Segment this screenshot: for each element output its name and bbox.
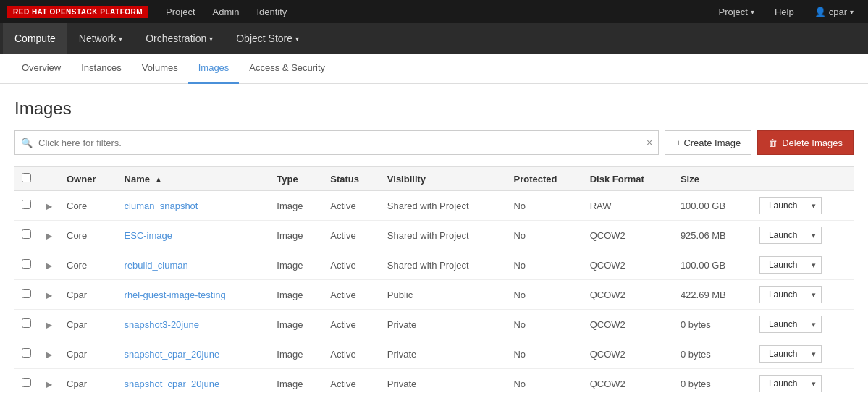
expand-row-button[interactable]: ▶: [46, 320, 52, 330]
launch-dropdown-button[interactable]: ▾: [806, 286, 822, 303]
row-actions: Launch ▾: [752, 221, 854, 250]
sub-nav-images[interactable]: Images: [188, 54, 240, 84]
top-nav-identity[interactable]: Identity: [248, 0, 295, 23]
owner-col-header: Owner: [59, 167, 117, 191]
top-nav-user[interactable]: 👤 cpar ▾: [807, 0, 861, 23]
row-type: Image: [269, 191, 323, 221]
table-row: ▶ Cpar snapshot3-20june Image Active Pri…: [14, 310, 854, 339]
row-checkbox[interactable]: [22, 259, 31, 269]
create-image-button[interactable]: + Create Image: [665, 130, 751, 155]
sub-nav-access-security[interactable]: Access & Security: [239, 54, 335, 84]
launch-button[interactable]: Launch: [759, 286, 806, 303]
top-nav-project-dropdown[interactable]: Project ▾: [711, 0, 761, 23]
launch-button[interactable]: Launch: [759, 345, 806, 363]
launch-button[interactable]: Launch: [759, 227, 806, 244]
row-protected: No: [506, 369, 582, 394]
expand-row-button[interactable]: ▶: [46, 350, 52, 360]
row-name[interactable]: rhel-guest-image-testing: [117, 280, 270, 310]
row-checkbox-cell: [14, 339, 38, 369]
launch-dropdown-button[interactable]: ▾: [806, 227, 822, 244]
row-name[interactable]: rebuild_cluman: [117, 250, 270, 280]
launch-button[interactable]: Launch: [759, 375, 806, 392]
row-actions: Launch ▾: [752, 310, 854, 339]
table-row: ▶ Core ESC-image Image Active Shared wit…: [14, 221, 854, 250]
row-visibility: Private: [380, 369, 507, 394]
chevron-down-icon: ▾: [751, 8, 754, 16]
row-expand-cell: ▶: [38, 221, 59, 250]
expand-row-button[interactable]: ▶: [46, 201, 52, 211]
filter-bar: 🔍 × + Create Image 🗑 Delete Images: [14, 130, 854, 155]
expand-row-button[interactable]: ▶: [46, 379, 52, 389]
row-status: Active: [323, 310, 380, 339]
expand-row-button[interactable]: ▶: [46, 261, 52, 271]
row-type: Image: [269, 310, 323, 339]
chevron-down-icon: ▾: [295, 35, 299, 43]
top-nav-right: Project ▾ Help 👤 cpar ▾: [711, 0, 861, 23]
protected-col-header: Protected: [506, 167, 582, 191]
name-col-header[interactable]: Name ▲: [117, 167, 270, 191]
main-nav-network[interactable]: Network ▾: [67, 23, 134, 54]
row-disk-format: QCOW2: [583, 339, 673, 369]
row-name[interactable]: snapshot_cpar_20june: [117, 369, 270, 394]
expand-row-button[interactable]: ▶: [46, 231, 52, 241]
row-status: Active: [323, 191, 380, 221]
expand-col-header: [38, 167, 59, 191]
row-checkbox[interactable]: [22, 229, 31, 239]
sub-nav-instances[interactable]: Instances: [71, 54, 132, 84]
row-checkbox[interactable]: [22, 378, 31, 387]
launch-dropdown-button[interactable]: ▾: [806, 316, 822, 333]
chevron-down-icon: ▾: [850, 8, 854, 16]
row-checkbox-cell: [14, 310, 38, 339]
clear-filter-button[interactable]: ×: [641, 137, 658, 148]
row-name[interactable]: ESC-image: [117, 221, 270, 250]
row-checkbox-cell: [14, 250, 38, 280]
main-nav-orchestration[interactable]: Orchestration ▾: [134, 23, 224, 54]
row-actions: Launch ▾: [752, 369, 854, 394]
page-title: Images: [14, 98, 854, 119]
main-nav-object-store[interactable]: Object Store ▾: [224, 23, 311, 54]
select-all-checkbox[interactable]: [22, 173, 31, 182]
search-input[interactable]: [38, 138, 641, 148]
images-table: Owner Name ▲ Type Status Visibility Prot…: [14, 166, 854, 393]
row-owner: Core: [59, 221, 117, 250]
launch-button[interactable]: Launch: [759, 197, 806, 214]
row-checkbox[interactable]: [22, 318, 31, 328]
row-actions: Launch ▾: [752, 191, 854, 221]
row-disk-format: QCOW2: [583, 250, 673, 280]
row-visibility: Public: [380, 280, 507, 310]
launch-button[interactable]: Launch: [759, 316, 806, 333]
row-visibility: Shared with Project: [380, 250, 507, 280]
row-type: Image: [269, 339, 323, 369]
top-nav-admin[interactable]: Admin: [204, 0, 248, 23]
row-name[interactable]: cluman_snapshot: [117, 191, 270, 221]
launch-dropdown-button[interactable]: ▾: [806, 345, 822, 363]
sub-nav-volumes[interactable]: Volumes: [132, 54, 188, 84]
select-all-col: [14, 167, 38, 191]
top-nav-project[interactable]: Project: [157, 0, 203, 23]
brand-logo: RED HAT OPENSTACK PLATFORM: [7, 6, 148, 18]
expand-row-button[interactable]: ▶: [46, 290, 52, 300]
actions-col-header: [752, 167, 854, 191]
delete-images-button[interactable]: 🗑 Delete Images: [757, 130, 854, 155]
top-bar: RED HAT OPENSTACK PLATFORM Project Admin…: [0, 0, 868, 23]
row-name[interactable]: snapshot_cpar_20june: [117, 339, 270, 369]
launch-dropdown-button[interactable]: ▾: [806, 375, 822, 392]
row-expand-cell: ▶: [38, 191, 59, 221]
row-disk-format: QCOW2: [583, 221, 673, 250]
launch-dropdown-button[interactable]: ▾: [806, 197, 822, 214]
top-nav-help[interactable]: Help: [767, 0, 801, 23]
row-checkbox[interactable]: [22, 348, 31, 358]
row-checkbox[interactable]: [22, 289, 31, 298]
launch-button[interactable]: Launch: [759, 256, 806, 274]
row-disk-format: QCOW2: [583, 310, 673, 339]
row-protected: No: [506, 280, 582, 310]
launch-dropdown-button[interactable]: ▾: [806, 256, 822, 274]
top-nav: Project Admin Identity: [157, 0, 711, 23]
row-name[interactable]: snapshot3-20june: [117, 310, 270, 339]
row-checkbox[interactable]: [22, 200, 31, 209]
row-actions: Launch ▾: [752, 280, 854, 310]
row-owner: Cpar: [59, 339, 117, 369]
row-expand-cell: ▶: [38, 369, 59, 394]
main-nav-compute[interactable]: Compute: [3, 23, 67, 54]
sub-nav-overview[interactable]: Overview: [12, 54, 71, 84]
